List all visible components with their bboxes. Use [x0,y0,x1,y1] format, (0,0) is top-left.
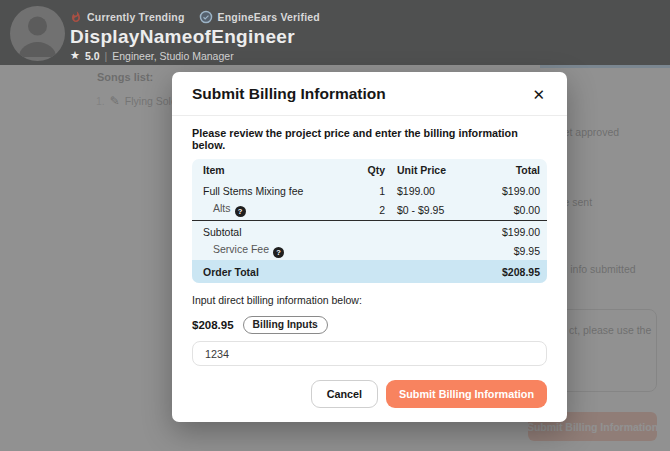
table-divider [192,220,547,221]
trending-label: Currently Trending [87,11,185,23]
row-total: $199.00 [477,185,540,197]
billing-input-prompt: Input direct billing information below: [192,294,547,306]
table-row: Alts? 2 $0 - $9.95 $0.00 [192,200,547,219]
order-total-value: $208.95 [477,266,540,278]
order-total-label: Order Total [203,266,357,278]
submit-billing-modal: Submit Billing Information ✕ Please revi… [172,72,567,422]
subtotal-row: Subtotal $199.00 [192,222,547,241]
service-fee-row: Service Fee? $9.95 [192,241,547,260]
order-total-row: Order Total $208.95 [192,260,547,283]
row-qty: 1 [357,185,385,197]
header-badges: Currently Trending EngineEars Verified [70,10,320,24]
modal-body: Please review the project price and ente… [172,116,567,422]
avatar[interactable] [10,6,65,61]
billing-inputs-chip[interactable]: Billing Inputs [243,316,328,334]
row-unit-price: $0 - $9.95 [385,204,477,216]
modal-description: Please review the project price and ente… [192,127,547,151]
rating-row: ★ 5.0 | Engineer, Studio Manager [70,49,234,62]
subtotal-label: Subtotal [203,226,357,238]
close-icon[interactable]: ✕ [530,87,547,102]
roles-label: Engineer, Studio Manager [112,50,233,62]
col-qty: Qty [357,164,385,176]
verified-label: EngineEars Verified [218,11,320,23]
person-icon [10,6,65,61]
service-fee-label: Service Fee? [203,243,357,258]
price-table: Item Qty Unit Price Total Full Stems Mix… [192,159,547,283]
col-unit-price: Unit Price [385,164,477,176]
submit-billing-button[interactable]: Submit Billing Information [386,380,547,408]
price-table-header: Item Qty Unit Price Total [192,159,547,181]
row-item: Alts? [203,202,357,217]
billing-input-field[interactable] [192,341,547,366]
star-icon: ★ [70,49,80,62]
row-qty: 2 [357,204,385,216]
modal-title: Submit Billing Information [192,85,386,103]
profile-header: Currently Trending EngineEars Verified D… [0,0,670,65]
divider: | [104,50,107,62]
table-row: Full Stems Mixing fee 1 $199.00 $199.00 [192,181,547,200]
service-fee-value: $9.95 [477,245,540,257]
modal-footer: Cancel Submit Billing Information [192,380,547,408]
flame-icon [70,10,82,24]
page: Songs list: 1. ✎ Flying Solo dget approv… [0,0,670,451]
col-total: Total [477,164,540,176]
row-total: $0.00 [477,204,540,216]
row-unit-price: $199.00 [385,185,477,197]
modal-header: Submit Billing Information ✕ [172,72,567,116]
display-name: DisplayNameofEngineer [70,26,295,48]
help-icon[interactable]: ? [273,247,284,258]
amount-row: $208.95 Billing Inputs [192,316,547,334]
col-item: Item [203,164,357,176]
verified-badge-icon [199,10,213,24]
help-icon[interactable]: ? [235,206,246,217]
cancel-button[interactable]: Cancel [311,380,378,408]
amount-value: $208.95 [192,319,234,331]
subtotal-value: $199.00 [477,226,540,238]
rating-value: 5.0 [85,50,100,62]
row-item: Full Stems Mixing fee [203,185,357,197]
